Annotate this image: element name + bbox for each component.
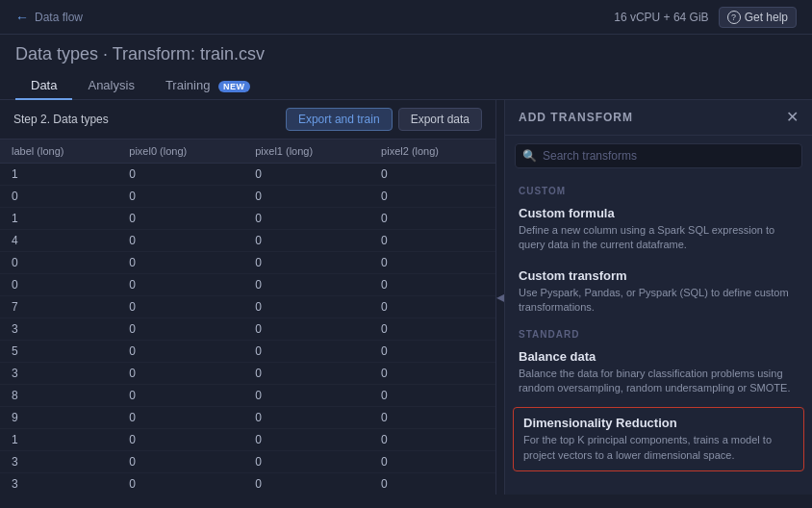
transform-name: Custom formula	[519, 206, 799, 220]
topbar: ← Data flow 16 vCPU + 64 GiB ? Get help	[0, 0, 812, 35]
help-label: Get help	[745, 11, 788, 24]
table-row: 3000	[0, 451, 495, 473]
col-header-label: label (long)	[0, 140, 117, 164]
breadcrumb-label[interactable]: Data flow	[35, 11, 83, 24]
main-layout: Step 2. Data types Export and train Expo…	[0, 100, 812, 495]
back-arrow-icon[interactable]: ←	[15, 10, 29, 25]
col-header-pixel0: pixel0 (long)	[117, 140, 243, 164]
tabs: Data Analysis Training NEW	[0, 64, 812, 100]
table-row: 5000	[0, 341, 495, 363]
table-header-row: label (long) pixel0 (long) pixel1 (long)…	[0, 140, 495, 164]
section-label: STANDARD	[505, 323, 812, 342]
topbar-right: 16 vCPU + 64 GiB ? Get help	[614, 7, 797, 28]
table-row: 0000	[0, 274, 495, 296]
col-header-pixel1: pixel1 (long)	[243, 140, 369, 164]
table-row: 1000	[0, 208, 495, 230]
topbar-left: ← Data flow	[15, 10, 83, 25]
table-row: 1000	[0, 164, 495, 186]
tab-training[interactable]: Training NEW	[150, 72, 266, 100]
right-panel: ADD TRANSFORM ✕ 🔍 CUSTOMCustom formulaDe…	[504, 100, 812, 495]
search-input[interactable]	[515, 143, 802, 168]
close-button[interactable]: ✕	[786, 110, 799, 125]
page-title-bar: Data types · Transform: train.csv	[0, 35, 812, 64]
page-title-suffix: Transform: train.csv	[113, 44, 265, 64]
table-row: 4000	[0, 230, 495, 252]
transform-item[interactable]: Custom transformUse Pyspark, Pandas, or …	[505, 261, 812, 323]
export-train-button[interactable]: Export and train	[286, 108, 393, 131]
page-title-prefix: Data types	[15, 44, 98, 64]
search-box: 🔍	[515, 143, 802, 168]
transform-desc: Define a new column using a Spark SQL ex…	[519, 223, 799, 253]
tab-data[interactable]: Data	[15, 72, 72, 100]
table-row: 3000	[0, 318, 495, 341]
panel-separator: ◀	[496, 100, 504, 495]
right-panel-header: ADD TRANSFORM ✕	[505, 100, 812, 136]
table-row: 9000	[0, 407, 495, 429]
tab-analysis[interactable]: Analysis	[72, 72, 149, 100]
transform-item[interactable]: Custom formulaDefine a new column using …	[505, 198, 812, 261]
table-row: 3000	[0, 473, 495, 495]
table-row: 7000	[0, 296, 495, 318]
data-table: label (long) pixel0 (long) pixel1 (long)…	[0, 140, 495, 495]
search-icon: 🔍	[522, 149, 537, 163]
transform-item[interactable]: Dimensionality ReductionFor the top K pr…	[513, 407, 804, 471]
transform-name: Custom transform	[519, 268, 799, 283]
table-row: 8000	[0, 385, 495, 407]
page-title: Data types · Transform: train.csv	[15, 44, 797, 64]
transform-desc: For the top K principal components, trai…	[523, 433, 794, 463]
table-row: 1000	[0, 429, 495, 451]
help-icon: ?	[727, 11, 741, 24]
transform-item[interactable]: Balance dataBalance the data for binary …	[505, 342, 812, 404]
table-row: 0000	[0, 252, 495, 274]
right-panel-title: ADD TRANSFORM	[519, 111, 633, 124]
transform-desc: Use Pyspark, Pandas, or Pyspark (SQL) to…	[519, 286, 799, 316]
toolbar-buttons: Export and train Export data	[286, 108, 482, 131]
left-panel: Step 2. Data types Export and train Expo…	[0, 100, 496, 495]
transform-desc: Balance the data for binary classificati…	[519, 367, 799, 396]
table-row: 0000	[0, 186, 495, 208]
training-badge: NEW	[218, 81, 250, 92]
step-label: Step 2. Data types	[13, 113, 109, 126]
table-row: 3000	[0, 363, 495, 385]
left-toolbar: Step 2. Data types Export and train Expo…	[0, 100, 495, 140]
export-data-button[interactable]: Export data	[398, 108, 482, 131]
section-label: CUSTOM	[505, 180, 812, 198]
data-table-container[interactable]: label (long) pixel0 (long) pixel1 (long)…	[0, 140, 495, 495]
help-button[interactable]: ? Get help	[719, 7, 797, 28]
transform-name: Dimensionality Reduction	[523, 416, 794, 430]
col-header-pixel2: pixel2 (long)	[369, 140, 495, 164]
transforms-list[interactable]: CUSTOMCustom formulaDefine a new column …	[505, 176, 812, 495]
transform-name: Balance data	[519, 349, 799, 364]
page-title-separator: ·	[98, 44, 113, 64]
resource-info: 16 vCPU + 64 GiB	[614, 11, 708, 24]
